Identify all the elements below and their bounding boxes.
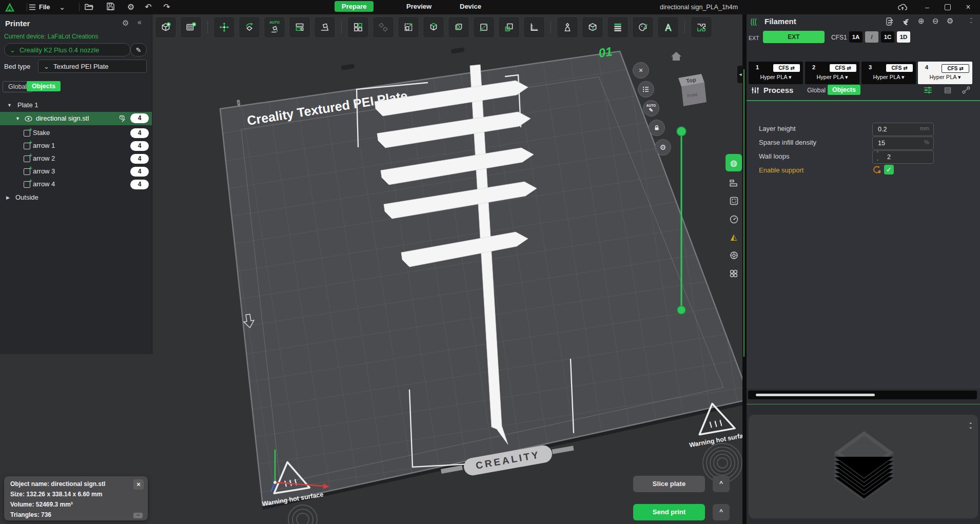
reset-param-icon[interactable]: [872, 165, 881, 174]
send-print-button[interactable]: Send print: [633, 504, 705, 520]
filament-slot-2[interactable]: 2 CFS ⇄ Hyper PLA ▾: [805, 62, 859, 84]
lay-on-face-button[interactable]: [314, 16, 336, 38]
cfs-sync-chip[interactable]: CFS ⇄: [942, 64, 969, 73]
layer-height-button[interactable]: [607, 16, 629, 38]
rail-seam-button[interactable]: [726, 247, 742, 263]
infill-input-box[interactable]: %: [872, 137, 934, 150]
tree-item-arrow-4[interactable]: arrow 4 4: [0, 179, 152, 191]
compare-presets-icon[interactable]: [962, 86, 970, 94]
filament-slot-3[interactable]: 3 CFS ⇄ Hyper PLA ▾: [861, 62, 916, 84]
undo-button[interactable]: ↶: [142, 0, 155, 14]
filament-slot-1[interactable]: 1 CFS ⇄ Hyper PLA ▾: [749, 62, 803, 84]
slot-material[interactable]: Hyper PLA ▾: [749, 74, 803, 81]
save-button[interactable]: [104, 0, 117, 15]
plate-list-button[interactable]: [638, 81, 654, 98]
infill-density-input[interactable]: [873, 137, 920, 149]
printer-settings-gear-icon[interactable]: ⚙: [122, 18, 129, 28]
rail-speed-button[interactable]: [726, 211, 742, 227]
view-cube[interactable]: Top Front: [678, 74, 707, 106]
wall-loops-spinner[interactable]: ⌃⌄: [872, 150, 934, 164]
slot-material[interactable]: Hyper PLA ▾: [861, 74, 916, 81]
filament-swap-icon[interactable]: [886, 17, 895, 26]
seam-tool-button[interactable]: [582, 16, 603, 38]
support-tool-button[interactable]: [557, 16, 578, 38]
tab-objects[interactable]: Objects: [27, 81, 61, 91]
open-file-button[interactable]: [82, 0, 95, 15]
split-to-objects-button[interactable]: [347, 16, 369, 38]
prime-faucet-icon[interactable]: [901, 17, 911, 26]
info-box-minimize-button[interactable]: –: [133, 513, 143, 518]
tab-prepare[interactable]: Prepare: [335, 1, 374, 12]
slice-options-caret-button[interactable]: ^: [713, 476, 730, 492]
arrange-button[interactable]: [289, 16, 310, 38]
plate-settings-button[interactable]: ⚙: [655, 139, 671, 156]
edit-object-cube-icon[interactable]: [117, 115, 125, 122]
upload-cloud-button[interactable]: [894, 0, 911, 14]
rotate-tool-button[interactable]: [239, 16, 260, 38]
plate-auto-arrange-button[interactable]: AUTO ✎: [643, 100, 659, 117]
rail-support-paint-button[interactable]: ◭: [726, 229, 742, 244]
tree-item-arrow-3[interactable]: arrow 3 4: [0, 166, 152, 178]
cfs-chip-1b[interactable]: /: [865, 31, 878, 43]
remove-filament-button[interactable]: ⊖: [932, 16, 939, 26]
assembly-button-disabled[interactable]: [373, 16, 394, 38]
tree-item-arrow-2[interactable]: arrow 2 4: [0, 153, 152, 165]
preset-list-icon[interactable]: ▤: [944, 85, 951, 94]
slice-plate-button[interactable]: Slice plate: [633, 476, 705, 492]
slot-material[interactable]: Hyper PLA ▾: [918, 74, 972, 81]
info-box-close-button[interactable]: ×: [133, 479, 144, 490]
tree-item-stake[interactable]: Stake 4: [0, 127, 152, 140]
tree-item-arrow-1[interactable]: arrow 1 4: [0, 140, 152, 152]
printer-select-dropdown[interactable]: ⌄ Creality K2 Plus 0.4 nozzle: [4, 43, 130, 56]
auto-orient-button[interactable]: AUTO: [264, 16, 285, 38]
panel-more-chevrons-icon[interactable]: ⌄⌄: [969, 15, 973, 24]
tree-plate-row[interactable]: ▼ Plate 1: [0, 100, 152, 112]
wall-loops-input[interactable]: [882, 151, 929, 163]
settings-button[interactable]: ⚙: [124, 0, 138, 14]
tab-preview[interactable]: Preview: [399, 1, 439, 12]
file-menu[interactable]: File: [29, 0, 50, 14]
process-tab-global[interactable]: Global: [807, 87, 826, 94]
params-scrollbar-track[interactable]: [748, 391, 977, 399]
tab-device[interactable]: Device: [453, 1, 488, 12]
layer-height-input[interactable]: [873, 123, 920, 135]
file-menu-chevron[interactable]: ⌄: [55, 0, 69, 14]
cfs-chip-1a[interactable]: 1A: [849, 31, 863, 43]
printer-edit-button[interactable]: ✎: [130, 43, 147, 56]
boolean-tool-button[interactable]: [498, 16, 520, 38]
spinner-arrows-icon[interactable]: ⌃⌄: [876, 150, 879, 163]
process-tab-objects[interactable]: Objects: [828, 85, 860, 95]
color-paint-button[interactable]: [632, 16, 654, 38]
panel-collapse-icon[interactable]: «: [138, 18, 142, 26]
rail-plate-setting-button[interactable]: [726, 193, 742, 208]
scale-tool-button[interactable]: [398, 16, 419, 38]
plate-close-button[interactable]: ×: [633, 62, 649, 79]
add-plate-button[interactable]: [180, 16, 202, 38]
preview-expand-chevrons-icon[interactable]: ⌄⌄: [969, 420, 973, 429]
layer-height-input-box[interactable]: mm: [872, 123, 934, 136]
drill-hole-button[interactable]: [448, 16, 469, 38]
plate-lock-button[interactable]: [649, 120, 665, 136]
home-view-icon[interactable]: [671, 52, 681, 61]
move-tool-button[interactable]: [213, 16, 235, 38]
cfs-sync-chip[interactable]: CFS ⇄: [830, 64, 856, 72]
split-plate-button[interactable]: [691, 16, 712, 38]
cut-tool-button[interactable]: [473, 16, 495, 38]
close-button[interactable]: ×: [959, 0, 977, 14]
enable-support-checkbox[interactable]: ✓: [884, 165, 894, 174]
bed-type-dropdown[interactable]: ⌄ Textured PEI Plate: [38, 60, 147, 73]
add-model-button[interactable]: [155, 16, 177, 38]
cfs-chip-1c[interactable]: 1C: [881, 31, 894, 43]
slider-handle-top[interactable]: [677, 127, 686, 136]
rail-height-range-button[interactable]: [726, 176, 742, 191]
slider-handle-bottom[interactable]: [677, 306, 685, 314]
cfs-sync-chip[interactable]: CFS ⇄: [886, 64, 913, 72]
ext-button[interactable]: EXT: [763, 31, 825, 43]
tree-outside-row[interactable]: ▶ Outside: [0, 192, 152, 204]
measure-tool-button[interactable]: [523, 16, 545, 38]
send-options-caret-button[interactable]: ^: [713, 504, 730, 520]
assembly-view-button[interactable]: [423, 16, 444, 38]
add-filament-button[interactable]: ⊕: [918, 16, 925, 26]
rail-color-paint-button[interactable]: ◍: [726, 154, 742, 171]
minimize-button[interactable]: –: [918, 0, 936, 14]
